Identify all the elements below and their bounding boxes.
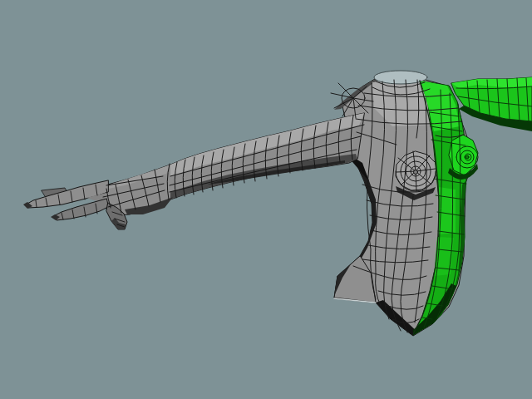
nipple-pole [414,170,418,175]
viewport-3d[interactable]: 3D modeling viewport: low-poly wireframe… [0,0,532,399]
right-nipple-pole [466,155,469,159]
mesh-canvas[interactable] [0,0,532,399]
